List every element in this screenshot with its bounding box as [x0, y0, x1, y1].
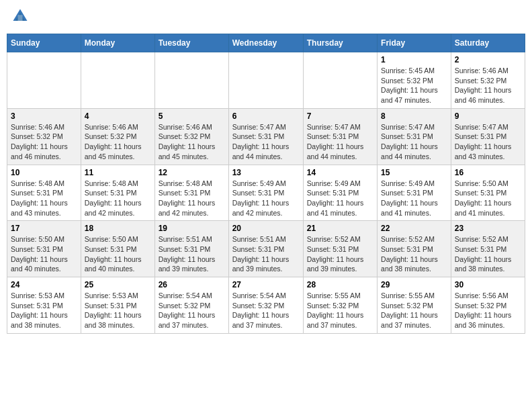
- day-number: 25: [85, 280, 151, 289]
- weekday-header-sunday: Sunday: [7, 34, 81, 52]
- calendar-cell: 26Sunrise: 5:54 AM Sunset: 5:32 PM Dayli…: [154, 277, 228, 334]
- calendar-cell: 30Sunrise: 5:56 AM Sunset: 5:32 PM Dayli…: [451, 277, 525, 334]
- calendar-cell: [154, 52, 228, 109]
- calendar-cell: 14Sunrise: 5:49 AM Sunset: 5:31 PM Dayli…: [303, 165, 377, 221]
- day-info: Sunrise: 5:47 AM Sunset: 5:31 PM Dayligh…: [307, 122, 373, 162]
- day-info: Sunrise: 5:46 AM Sunset: 5:32 PM Dayligh…: [85, 122, 151, 162]
- day-number: 20: [232, 224, 300, 233]
- day-number: 19: [159, 224, 225, 233]
- calendar-cell: [7, 52, 81, 109]
- day-info: Sunrise: 5:49 AM Sunset: 5:31 PM Dayligh…: [307, 179, 373, 218]
- day-info: Sunrise: 5:49 AM Sunset: 5:31 PM Dayligh…: [381, 179, 447, 218]
- calendar-cell: 4Sunrise: 5:46 AM Sunset: 5:32 PM Daylig…: [81, 108, 154, 165]
- weekday-header-thursday: Thursday: [303, 34, 377, 52]
- day-info: Sunrise: 5:48 AM Sunset: 5:31 PM Dayligh…: [11, 179, 77, 218]
- calendar-week-2: 3Sunrise: 5:46 AM Sunset: 5:32 PM Daylig…: [7, 108, 525, 165]
- day-number: 13: [232, 168, 300, 177]
- day-number: 16: [455, 168, 521, 177]
- calendar-cell: 15Sunrise: 5:49 AM Sunset: 5:31 PM Dayli…: [378, 165, 451, 221]
- day-number: 11: [85, 168, 151, 177]
- day-number: 4: [85, 111, 151, 121]
- day-info: Sunrise: 5:50 AM Sunset: 5:31 PM Dayligh…: [85, 234, 151, 274]
- day-info: Sunrise: 5:51 AM Sunset: 5:31 PM Dayligh…: [232, 234, 300, 274]
- day-info: Sunrise: 5:50 AM Sunset: 5:31 PM Dayligh…: [11, 234, 77, 274]
- day-info: Sunrise: 5:52 AM Sunset: 5:31 PM Dayligh…: [381, 234, 447, 274]
- calendar-cell: 17Sunrise: 5:50 AM Sunset: 5:31 PM Dayli…: [7, 221, 81, 277]
- calendar-cell: 2Sunrise: 5:46 AM Sunset: 5:32 PM Daylig…: [451, 52, 525, 109]
- day-number: 9: [455, 111, 521, 121]
- day-number: 6: [232, 111, 300, 121]
- calendar-cell: 5Sunrise: 5:46 AM Sunset: 5:32 PM Daylig…: [154, 108, 228, 165]
- day-info: Sunrise: 5:54 AM Sunset: 5:32 PM Dayligh…: [159, 291, 225, 330]
- calendar-cell: 8Sunrise: 5:47 AM Sunset: 5:31 PM Daylig…: [378, 108, 451, 165]
- day-info: Sunrise: 5:53 AM Sunset: 5:31 PM Dayligh…: [85, 291, 151, 330]
- day-number: 29: [381, 280, 447, 289]
- calendar-cell: 22Sunrise: 5:52 AM Sunset: 5:31 PM Dayli…: [378, 221, 451, 277]
- calendar-cell: [228, 52, 303, 109]
- calendar-cell: 18Sunrise: 5:50 AM Sunset: 5:31 PM Dayli…: [81, 221, 154, 277]
- day-info: Sunrise: 5:45 AM Sunset: 5:32 PM Dayligh…: [381, 66, 447, 105]
- calendar-cell: [303, 52, 377, 109]
- calendar-cell: 11Sunrise: 5:48 AM Sunset: 5:31 PM Dayli…: [81, 165, 154, 221]
- day-info: Sunrise: 5:56 AM Sunset: 5:32 PM Dayligh…: [455, 291, 521, 330]
- calendar-week-3: 10Sunrise: 5:48 AM Sunset: 5:31 PM Dayli…: [7, 165, 525, 221]
- day-info: Sunrise: 5:47 AM Sunset: 5:31 PM Dayligh…: [232, 122, 300, 162]
- calendar-cell: 24Sunrise: 5:53 AM Sunset: 5:31 PM Dayli…: [7, 277, 81, 334]
- weekday-header-friday: Friday: [378, 34, 451, 52]
- day-info: Sunrise: 5:46 AM Sunset: 5:32 PM Dayligh…: [455, 66, 521, 105]
- logo: [9, 7, 30, 28]
- calendar-cell: 28Sunrise: 5:55 AM Sunset: 5:32 PM Dayli…: [303, 277, 377, 334]
- calendar-cell: 7Sunrise: 5:47 AM Sunset: 5:31 PM Daylig…: [303, 108, 377, 165]
- weekday-header-tuesday: Tuesday: [154, 34, 228, 52]
- day-number: 12: [159, 168, 225, 177]
- day-number: 27: [232, 280, 300, 289]
- day-info: Sunrise: 5:54 AM Sunset: 5:32 PM Dayligh…: [232, 291, 300, 330]
- calendar-cell: [81, 52, 154, 109]
- calendar-cell: 1Sunrise: 5:45 AM Sunset: 5:32 PM Daylig…: [378, 52, 451, 109]
- weekday-header-monday: Monday: [81, 34, 154, 52]
- day-number: 10: [11, 168, 77, 177]
- day-number: 1: [381, 55, 447, 64]
- day-number: 2: [455, 55, 521, 64]
- day-info: Sunrise: 5:48 AM Sunset: 5:31 PM Dayligh…: [159, 179, 225, 218]
- calendar-cell: 9Sunrise: 5:47 AM Sunset: 5:31 PM Daylig…: [451, 108, 525, 165]
- day-number: 8: [381, 111, 447, 121]
- day-number: 5: [159, 111, 225, 121]
- day-info: Sunrise: 5:51 AM Sunset: 5:31 PM Dayligh…: [159, 234, 225, 274]
- calendar-cell: 23Sunrise: 5:52 AM Sunset: 5:31 PM Dayli…: [451, 221, 525, 277]
- day-info: Sunrise: 5:52 AM Sunset: 5:31 PM Dayligh…: [455, 234, 521, 274]
- calendar-cell: 21Sunrise: 5:52 AM Sunset: 5:31 PM Dayli…: [303, 221, 377, 277]
- day-number: 22: [381, 224, 447, 233]
- day-info: Sunrise: 5:46 AM Sunset: 5:32 PM Dayligh…: [11, 122, 77, 162]
- day-info: Sunrise: 5:46 AM Sunset: 5:32 PM Dayligh…: [159, 122, 225, 162]
- calendar-cell: 25Sunrise: 5:53 AM Sunset: 5:31 PM Dayli…: [81, 277, 154, 334]
- calendar-cell: 19Sunrise: 5:51 AM Sunset: 5:31 PM Dayli…: [154, 221, 228, 277]
- weekday-header-saturday: Saturday: [451, 34, 525, 52]
- day-number: 24: [11, 280, 77, 289]
- calendar-cell: 27Sunrise: 5:54 AM Sunset: 5:32 PM Dayli…: [228, 277, 303, 334]
- day-number: 3: [11, 111, 77, 121]
- day-info: Sunrise: 5:55 AM Sunset: 5:32 PM Dayligh…: [381, 291, 447, 330]
- calendar-week-5: 24Sunrise: 5:53 AM Sunset: 5:31 PM Dayli…: [7, 277, 525, 334]
- day-number: 30: [455, 280, 521, 289]
- day-number: 18: [85, 224, 151, 233]
- calendar-header-row: SundayMondayTuesdayWednesdayThursdayFrid…: [7, 34, 525, 52]
- day-info: Sunrise: 5:48 AM Sunset: 5:31 PM Dayligh…: [85, 179, 151, 218]
- calendar-cell: 29Sunrise: 5:55 AM Sunset: 5:32 PM Dayli…: [378, 277, 451, 334]
- day-info: Sunrise: 5:50 AM Sunset: 5:31 PM Dayligh…: [455, 179, 521, 218]
- calendar-cell: 6Sunrise: 5:47 AM Sunset: 5:31 PM Daylig…: [228, 108, 303, 165]
- calendar-cell: 16Sunrise: 5:50 AM Sunset: 5:31 PM Dayli…: [451, 165, 525, 221]
- day-number: 26: [159, 280, 225, 289]
- day-number: 21: [307, 224, 373, 233]
- calendar-cell: 20Sunrise: 5:51 AM Sunset: 5:31 PM Dayli…: [228, 221, 303, 277]
- day-info: Sunrise: 5:53 AM Sunset: 5:31 PM Dayligh…: [11, 291, 77, 330]
- day-number: 7: [307, 111, 373, 121]
- day-info: Sunrise: 5:49 AM Sunset: 5:31 PM Dayligh…: [232, 179, 300, 218]
- day-number: 23: [455, 224, 521, 233]
- day-info: Sunrise: 5:47 AM Sunset: 5:31 PM Dayligh…: [455, 122, 521, 162]
- day-number: 17: [11, 224, 77, 233]
- page-header: [7, 7, 525, 28]
- day-info: Sunrise: 5:47 AM Sunset: 5:31 PM Dayligh…: [381, 122, 447, 162]
- logo-icon: [11, 7, 30, 26]
- calendar-cell: 12Sunrise: 5:48 AM Sunset: 5:31 PM Dayli…: [154, 165, 228, 221]
